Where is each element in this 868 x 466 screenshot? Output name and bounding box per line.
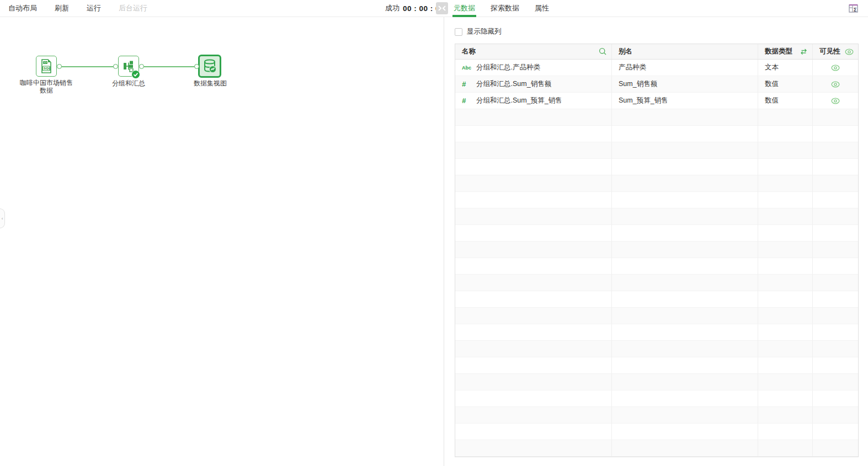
empty-cell (455, 291, 612, 308)
empty-cell (455, 424, 612, 440)
port-group-in[interactable] (113, 64, 118, 69)
wire-sql-to-group (60, 66, 116, 67)
field-name: 分组和汇总.Sum_预算_销售 (476, 96, 562, 105)
visibility-eye-icon[interactable] (831, 81, 840, 88)
visibility-all-eye-icon[interactable] (845, 49, 854, 55)
collapse-panel-button[interactable] (436, 2, 448, 14)
empty-cell (612, 275, 758, 291)
flow-actions: 自动布局 刷新 运行 后台运行 (8, 0, 165, 17)
empty-cell (758, 142, 813, 159)
table-empty-row (455, 225, 858, 242)
empty-cell (455, 440, 612, 457)
number-type-icon: # (462, 80, 472, 88)
top-toolbar: 自动布局 刷新 运行 后台运行 成功 00 : 00 : 01 元数据 探索数据… (0, 0, 868, 17)
empty-cell (455, 242, 612, 258)
empty-cell (455, 192, 612, 208)
empty-cell (758, 390, 813, 407)
empty-cell (455, 390, 612, 407)
table-header: 名称 别名 数据类型 (455, 44, 858, 60)
search-icon[interactable] (599, 47, 607, 56)
empty-cell (612, 142, 758, 159)
empty-cell (612, 159, 758, 175)
port-dataset-in[interactable] (194, 64, 199, 69)
cell-dtype: 文本 (758, 60, 813, 76)
number-type-icon: # (462, 97, 472, 105)
header-alias-label: 别名 (619, 47, 632, 56)
refresh-button[interactable]: 刷新 (55, 3, 69, 13)
empty-cell (813, 159, 858, 175)
cell-alias: Sum_销售额 (612, 76, 758, 93)
node-sql-source[interactable]: <> SQL (36, 56, 57, 77)
table-empty-row (455, 341, 858, 357)
empty-cell (758, 357, 813, 374)
empty-cell (758, 374, 813, 390)
table-empty-row (455, 126, 858, 142)
table-empty-row (455, 357, 858, 374)
header-visibility-label: 可见性 (819, 47, 840, 56)
cell-name: Abc 分组和汇总.产品种类 (455, 60, 612, 76)
auto-layout-button[interactable]: 自动布局 (8, 3, 37, 13)
run-button[interactable]: 运行 (87, 3, 101, 13)
empty-cell (455, 374, 612, 390)
empty-cell (612, 424, 758, 440)
table-row[interactable]: Abc 分组和汇总.产品种类 产品种类 文本 (455, 60, 858, 76)
show-hidden-columns-checkbox[interactable] (455, 28, 462, 36)
metadata-panel: 显示隐藏列 名称 别名 数据类型 (444, 17, 868, 466)
visibility-eye-icon[interactable] (831, 98, 840, 104)
empty-cell (455, 142, 612, 159)
empty-cell (612, 258, 758, 275)
summary-table-icon[interactable]: Σ (848, 3, 859, 14)
convert-type-icon[interactable] (800, 48, 808, 55)
tab-properties[interactable]: 属性 (535, 0, 549, 17)
empty-cell (758, 341, 813, 357)
empty-cell (612, 407, 758, 424)
empty-cell (612, 341, 758, 357)
empty-cell (612, 374, 758, 390)
header-alias: 别名 (612, 44, 758, 59)
empty-cell (612, 208, 758, 225)
tab-metadata[interactable]: 元数据 (454, 0, 475, 17)
run-status: 成功 00 : 00 : 01 (385, 0, 444, 17)
table-empty-row (455, 192, 858, 208)
table-empty-row (455, 275, 858, 291)
empty-cell (813, 126, 858, 142)
table-row[interactable]: # 分组和汇总.Sum_预算_销售 Sum_预算_销售 数值 (455, 93, 858, 109)
table-row[interactable]: # 分组和汇总.Sum_销售额 Sum_销售额 数值 (455, 76, 858, 93)
sql-file-icon: <> SQL (40, 59, 52, 73)
port-group-out[interactable] (139, 64, 144, 69)
dataset-view-icon (203, 59, 217, 73)
empty-cell (612, 440, 758, 457)
empty-cell (455, 175, 612, 192)
node-label-sql-source: 咖啡中国市场销售数据 (18, 79, 75, 94)
empty-cell (758, 258, 813, 275)
empty-cell (455, 275, 612, 291)
text-type-icon: Abc (462, 65, 472, 71)
empty-cell (813, 175, 858, 192)
success-check-badge (131, 70, 140, 79)
tab-explore-data[interactable]: 探索数据 (491, 0, 519, 17)
empty-cell (612, 109, 758, 126)
empty-cell (612, 308, 758, 324)
empty-cell (455, 357, 612, 374)
empty-cell (612, 175, 758, 192)
empty-cell (758, 175, 813, 192)
node-dataset-view[interactable] (198, 55, 221, 78)
empty-cell (813, 208, 858, 225)
cell-name: # 分组和汇总.Sum_销售额 (455, 76, 612, 93)
show-hidden-columns-label: 显示隐藏列 (467, 27, 502, 36)
table-empty-row (455, 159, 858, 175)
empty-cell (612, 390, 758, 407)
empty-cell (612, 242, 758, 258)
port-sql-out[interactable] (57, 64, 62, 69)
table-empty-row (455, 407, 858, 424)
table-empty-row (455, 242, 858, 258)
cell-visibility (813, 60, 858, 76)
empty-cell (813, 341, 858, 357)
sidebar-expand-handle[interactable]: ‹ (0, 208, 5, 228)
flow-canvas[interactable]: <> SQL 咖啡中国市场销售数据 分组和汇总 (0, 17, 444, 466)
visibility-eye-icon[interactable] (831, 65, 840, 71)
cell-visibility (813, 76, 858, 93)
cell-visibility (813, 93, 858, 109)
empty-cell (758, 192, 813, 208)
empty-cell (758, 275, 813, 291)
